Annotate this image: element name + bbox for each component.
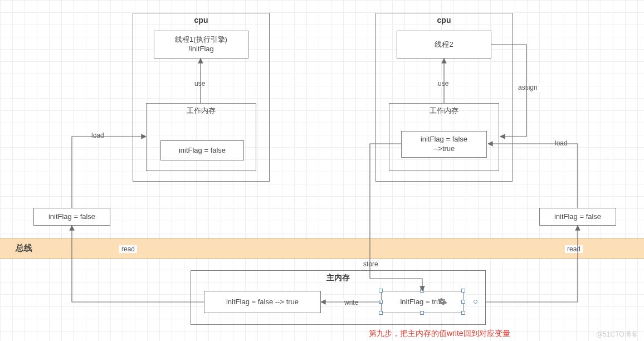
edge-label-read1: read	[119, 245, 137, 253]
edge-label-write: write	[342, 299, 360, 306]
edge-label-load2: load	[553, 139, 570, 147]
cpu1-workmem-group: 工作内存	[146, 103, 256, 171]
edge-label-use1: use	[192, 80, 207, 87]
left-buffer-box: initFlag = false	[33, 208, 110, 226]
bus-label: 总线	[16, 243, 32, 254]
cpu1-thread-box: 线程1(执行引擎) !initFlag	[154, 31, 248, 59]
selection-handle	[379, 300, 383, 304]
mainmem-var-box: initFlag = false --> true	[204, 291, 321, 313]
edge-label-read2: read	[565, 245, 583, 253]
right-buffer-box: initFlag = false	[539, 208, 616, 226]
selection-handle	[461, 300, 465, 304]
selection-handle	[420, 311, 424, 315]
selection-handle	[461, 311, 465, 315]
cpu2-title: cpu	[376, 16, 512, 25]
edge-label-use2: use	[436, 80, 451, 87]
cpu1-workmem-title: 工作内存	[147, 106, 256, 116]
watermark: @51CTO博客	[596, 330, 638, 339]
selection-rotate-handle	[474, 300, 477, 304]
mainmem-title: 主内存	[191, 273, 485, 283]
cpu2-workmem-title: 工作内存	[389, 106, 499, 116]
cpu2-thread-box: 线程2	[397, 31, 491, 59]
cpu1-workmem-value: initFlag = false	[160, 140, 244, 160]
selection-handle	[461, 289, 465, 293]
gear-icon	[437, 296, 447, 306]
bus-strip	[0, 238, 644, 259]
edge-label-store: store	[361, 260, 380, 268]
edge-label-assign: assign	[516, 84, 540, 91]
edge-label-load1: load	[89, 131, 106, 139]
step-caption: 第九步，把主内存的值write回到对应变量	[369, 329, 510, 339]
cpu1-title: cpu	[133, 16, 269, 25]
selection-handle	[379, 289, 383, 293]
selection-handle	[379, 311, 383, 315]
cpu2-workmem-value: initFlag = false -->true	[401, 131, 487, 158]
mainmem-write-box[interactable]: initFlag = true	[381, 291, 464, 313]
selection-handle	[420, 289, 424, 293]
